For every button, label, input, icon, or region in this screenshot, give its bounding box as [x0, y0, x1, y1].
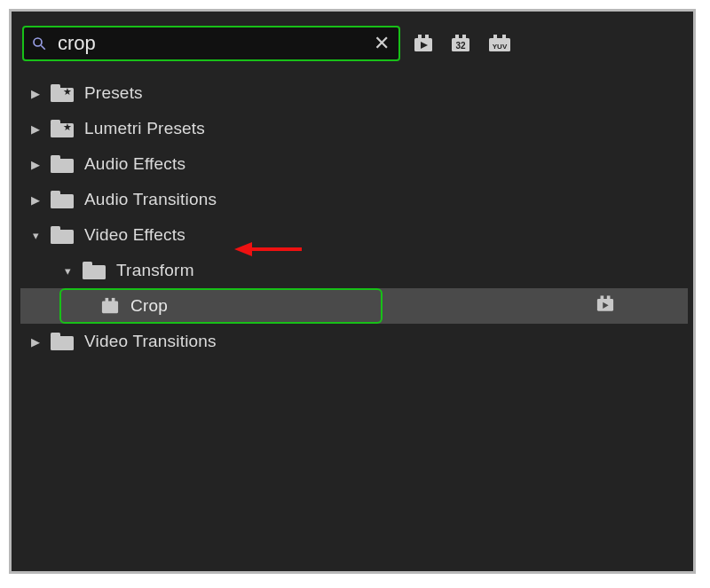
svg-text:32: 32 [455, 41, 466, 51]
svg-rect-33 [607, 295, 611, 300]
accelerated-effects-icon[interactable] [413, 34, 434, 53]
chevron-right-icon: ▶ [28, 158, 43, 171]
svg-rect-15 [51, 84, 60, 90]
tree-label: Video Transitions [84, 332, 217, 351]
search-row: ✕ 32 [22, 24, 686, 63]
svg-rect-25 [51, 226, 60, 231]
svg-rect-29 [106, 298, 109, 302]
svg-rect-12 [502, 35, 506, 39]
svg-text:★: ★ [63, 86, 72, 97]
svg-text:★: ★ [63, 122, 72, 132]
tree-item-transform[interactable]: ▾ Transform [22, 253, 686, 288]
tree-label: Lumetri Presets [84, 119, 205, 138]
folder-icon [83, 262, 106, 279]
accelerated-badge-icon [596, 295, 615, 318]
tree-item-audio-transitions[interactable]: ▶ Audio Transitions [22, 182, 686, 217]
chevron-down-icon: ▾ [59, 264, 75, 278]
tree-label: Transform [116, 261, 194, 280]
svg-rect-21 [51, 155, 60, 161]
tree-item-audio-effects[interactable]: ▶ Audio Effects [22, 146, 686, 182]
svg-rect-26 [83, 265, 106, 279]
chevron-right-icon: ▶ [28, 193, 43, 207]
svg-rect-11 [493, 35, 497, 39]
svg-rect-3 [418, 35, 422, 39]
svg-text:YUV: YUV [493, 43, 508, 51]
32bit-effects-icon[interactable]: 32 [450, 34, 471, 53]
effects-panel: ✕ 32 [22, 24, 686, 565]
svg-rect-30 [112, 298, 115, 302]
svg-rect-35 [51, 336, 74, 350]
yuv-effects-icon[interactable]: YUV [487, 34, 512, 53]
tree-label: Crop [130, 296, 168, 316]
preset-folder-icon: ★ [51, 120, 74, 137]
tree-item-presets[interactable]: ▶ ★ Presets [22, 75, 686, 111]
folder-icon [51, 155, 74, 173]
tree-item-lumetri-presets[interactable]: ▶ ★ Lumetri Presets [22, 111, 686, 146]
tree-label: Presets [84, 83, 143, 103]
chevron-right-icon: ▶ [28, 122, 43, 136]
effect-icon [100, 297, 120, 315]
svg-rect-24 [51, 230, 74, 244]
tree-label: Video Effects [84, 225, 185, 245]
svg-rect-20 [51, 159, 74, 173]
chevron-right-icon: ▶ [28, 87, 43, 100]
preset-folder-icon: ★ [51, 84, 74, 102]
svg-rect-27 [83, 262, 92, 267]
search-icon [31, 35, 47, 51]
search-input[interactable] [47, 31, 374, 56]
folder-icon [51, 333, 74, 350]
svg-rect-4 [425, 35, 429, 39]
tree-label: Audio Effects [84, 154, 185, 174]
chevron-down-icon: ▾ [28, 229, 43, 242]
tree-label: Audio Transitions [84, 190, 217, 209]
svg-point-0 [34, 38, 42, 46]
svg-rect-8 [462, 35, 466, 39]
tree-item-video-effects[interactable]: ▾ Video Effects [22, 217, 686, 253]
tree-item-video-transitions[interactable]: ▶ Video Transitions [22, 324, 686, 359]
svg-rect-32 [601, 295, 604, 300]
svg-rect-18 [51, 120, 60, 125]
chevron-right-icon: ▶ [28, 335, 43, 349]
svg-rect-36 [51, 333, 60, 338]
clear-search-icon[interactable]: ✕ [374, 34, 390, 53]
tree-item-crop[interactable]: Crop [20, 288, 688, 324]
window-frame: ✕ 32 [9, 9, 696, 574]
svg-rect-7 [455, 35, 459, 39]
folder-icon [51, 226, 74, 244]
svg-rect-22 [51, 194, 74, 208]
folder-icon [51, 191, 74, 208]
svg-line-1 [41, 45, 45, 50]
svg-rect-23 [51, 191, 60, 196]
search-box: ✕ [22, 26, 400, 61]
filter-icons: 32 YUV [413, 34, 512, 53]
effects-tree: ▶ ★ Presets ▶ ★ Lumetri Presets ▶ Audio … [22, 75, 686, 359]
svg-rect-28 [102, 302, 118, 314]
